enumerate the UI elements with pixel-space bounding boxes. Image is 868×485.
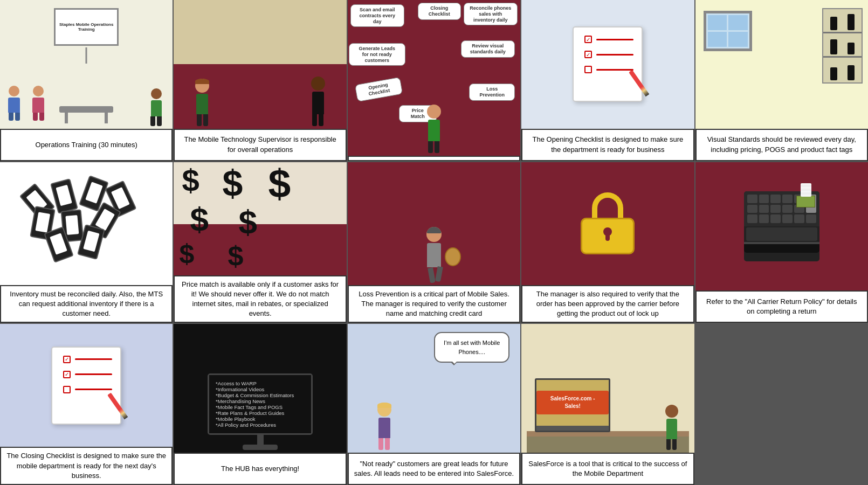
cell-returns: Refer to the "All Carrier Return Policy"… (695, 162, 868, 323)
cell-visual-standards: Visual Standards should be reviewed ever… (695, 0, 868, 161)
dollar-4: $ (190, 203, 208, 236)
key-13 (770, 214, 781, 223)
lock-body (581, 218, 635, 254)
sf-employee-leg-right (672, 439, 677, 450)
cell-loss-prevention: Loss Prevention is a critical part of Mo… (348, 162, 520, 323)
person-2 (32, 86, 44, 121)
thief-legs (428, 266, 443, 283)
shelf-unit (822, 8, 863, 84)
thief-head (426, 227, 442, 242)
sf-employee-legs (666, 439, 677, 450)
person-1 (8, 86, 20, 121)
hub-item-7: *Mobile Playbook (216, 416, 305, 422)
window (704, 11, 752, 51)
cell-8-illustration (348, 162, 520, 285)
key-8 (770, 205, 781, 213)
phones-pile (22, 175, 151, 272)
pencil (629, 70, 650, 97)
shelf-row-1 (823, 9, 862, 33)
duties-person (427, 105, 441, 153)
hub-item-4: *Merchandising News (216, 398, 305, 404)
cell-14-caption: SalesForce is a tool that is critical to… (521, 453, 694, 485)
bubble-tail-inner (451, 361, 458, 367)
customer-legs (378, 438, 390, 450)
sf-computer-monitor: SalesForce.com - Sales! (535, 378, 610, 432)
cell-10-caption: Refer to the "All Carrier Return Policy"… (695, 290, 868, 323)
register-base (744, 242, 819, 253)
customer-speech-bubble: I'm all set with Mobile Phones.... (434, 332, 509, 363)
key-16 (806, 214, 816, 223)
padlock (581, 192, 635, 254)
cell-12-illustration: *Access to WARP *Informational Videos *B… (174, 324, 346, 453)
bubble-closing-checklist: ClosingChecklist (418, 3, 461, 20)
pencil-closing (107, 393, 128, 420)
cell-price-match: $ $ $ $ $ $ $ Price match is available o… (174, 162, 346, 323)
check-item-1: ✓ (584, 36, 633, 43)
cell-supervisor: The Mobile Technology Supervisor is resp… (174, 0, 346, 161)
sf-employee-leg-left (666, 439, 671, 450)
thief-bag (445, 247, 461, 266)
shelf-row-3 (823, 58, 862, 82)
sf-employee-head (665, 405, 678, 418)
customer-hair (377, 403, 391, 408)
key-3 (770, 195, 781, 203)
whiteboard-stand (86, 47, 87, 64)
cell-13-caption: "Not ready" customers are great leads fo… (348, 453, 520, 485)
cell-8-caption: Loss Prevention is a critical part of Mo… (348, 285, 520, 323)
dollar-5: $ (238, 205, 257, 239)
key-14 (782, 214, 793, 223)
window-pane-1 (708, 15, 727, 30)
counter-front (527, 436, 688, 453)
key-7 (759, 205, 769, 213)
cell-lockup: The manager is also required to verify t… (521, 162, 694, 323)
checklist-document: ✓ ✓ (573, 26, 643, 102)
cell-inventory: Inventory must be reconciled daily. Also… (0, 162, 173, 323)
cell-5-illustration (695, 0, 868, 129)
cell-6-caption: Inventory must be reconciled daily. Also… (0, 285, 173, 323)
cell-11-illustration: ✓ ✓ (0, 324, 173, 447)
cell-9-illustration (521, 162, 694, 285)
cell-hub: *Access to WARP *Informational Videos *B… (174, 324, 346, 485)
hub-screen: *Access to WARP *Informational Videos *B… (209, 375, 311, 433)
dollar-7: $ (228, 242, 243, 270)
phone-display-6 (848, 65, 855, 80)
check-item-2: ✓ (584, 51, 633, 58)
main-grid: Staples Mobile Operations Training (0, 0, 868, 485)
check-item-3 (584, 66, 633, 73)
phone-pile-2 (50, 178, 78, 214)
hub-monitor: *Access to WARP *Informational Videos *B… (208, 373, 313, 435)
monitor-base (243, 445, 278, 450)
cell-9-caption: The manager is also required to verify t… (521, 285, 694, 323)
cell-2-caption: The Mobile Technology Supervisor is resp… (174, 129, 346, 161)
bubble-generate-leads: Generate Leadsfor not readycustomers (349, 43, 405, 66)
table-leg-right (105, 113, 108, 123)
thief-figure (426, 227, 442, 282)
key-15 (794, 214, 804, 223)
bubble-review-visual: Review visualstandards daily (461, 40, 515, 58)
thief-leg-left (428, 267, 436, 283)
hub-item-8: *All Policy and Procedures (216, 422, 305, 428)
figure-female (195, 79, 209, 126)
cell-not-ready: I'm all set with Mobile Phones.... "Not … (348, 324, 520, 485)
window-pane-4 (728, 32, 748, 47)
phone-display-5 (830, 67, 837, 80)
hub-item-3: *Budget & Commission Estimators (216, 392, 305, 398)
key-6 (747, 205, 757, 213)
sf-employee-torso (666, 419, 677, 439)
close-check-item-1: ✓ (63, 356, 112, 363)
close-check-item-2: ✓ (63, 371, 112, 378)
thief-leg-right (435, 266, 443, 282)
sf-screen-label: SalesForce.com - Sales! (536, 391, 609, 414)
cell-10-illustration (695, 162, 868, 291)
person-3-teacher (150, 88, 162, 126)
paper-line-2 (801, 189, 811, 191)
thief-torso (427, 243, 441, 267)
sf-employee-figure (665, 405, 678, 450)
customer-figure (377, 403, 391, 450)
dollar-6: $ (179, 240, 194, 267)
register-drawer (746, 227, 817, 241)
dollar-2: $ (222, 165, 243, 202)
cell-salesforce: SalesForce.com - Sales! SalesForce is a … (521, 324, 694, 485)
dollar-1: $ (182, 165, 199, 196)
cell-5-caption: Visual Standards should be reviewed ever… (695, 129, 868, 161)
